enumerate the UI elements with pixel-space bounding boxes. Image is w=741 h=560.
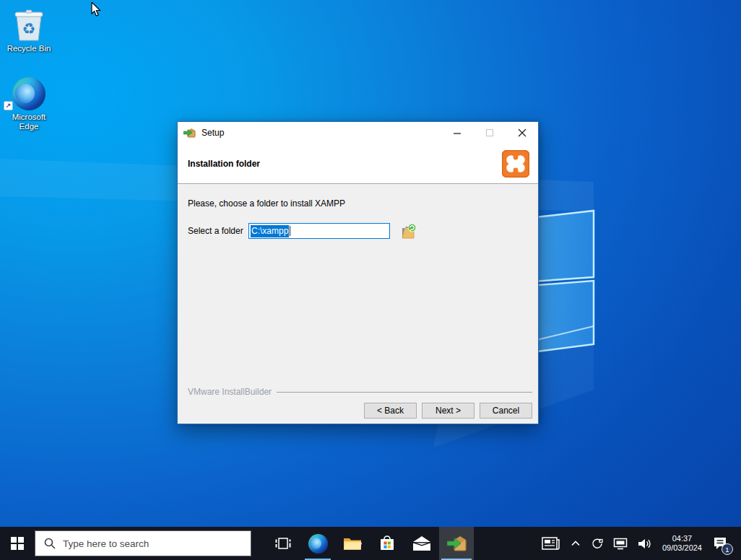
desktop: ♻ Recycle Bin ↗ Microsoft Edge Setup [0, 0, 741, 560]
dialog-header: Installation folder [178, 144, 538, 183]
titlebar[interactable]: Setup [178, 122, 538, 144]
volume-button[interactable] [633, 527, 657, 560]
network-button[interactable] [608, 527, 633, 560]
close-button[interactable] [506, 122, 538, 144]
instruction-text: Please, choose a folder to install XAMPP [188, 198, 345, 209]
taskbar-edge-button[interactable] [300, 527, 335, 560]
mail-icon [412, 535, 431, 551]
taskbar-clock[interactable]: 04:37 09/03/2024 [657, 534, 707, 553]
taskbar-store-button[interactable] [370, 527, 404, 560]
chevron-up-icon [571, 540, 581, 547]
shortcut-arrow-icon: ↗ [4, 101, 13, 110]
taskbar-file-explorer-button[interactable] [335, 527, 370, 560]
recycle-bin-icon: ♻ [3, 6, 55, 42]
tray-overflow-button[interactable] [566, 527, 586, 560]
clock-time: 04:37 [662, 534, 702, 543]
search-input[interactable] [63, 538, 229, 549]
svg-text:♻: ♻ [22, 20, 36, 38]
text-caret [290, 226, 290, 236]
microsoft-store-icon [378, 535, 396, 552]
next-button[interactable]: Next > [422, 403, 474, 419]
desktop-icon-microsoft-edge[interactable]: ↗ Microsoft Edge [3, 74, 55, 131]
file-explorer-icon [343, 535, 362, 551]
taskbar: 04:37 09/03/2024 1 [0, 527, 741, 560]
xampp-installer-icon [447, 534, 467, 553]
edge-icon [12, 77, 46, 110]
action-center-button[interactable]: 1 [707, 527, 737, 560]
volume-icon [638, 538, 652, 550]
windows-logo-icon [11, 537, 24, 550]
xampp-logo-icon [502, 150, 529, 178]
cancel-button[interactable]: Cancel [480, 403, 532, 419]
desktop-icon-recycle-bin[interactable]: ♻ Recycle Bin [3, 6, 55, 53]
desktop-icon-label: Microsoft Edge [3, 113, 55, 131]
news-icon [542, 536, 560, 551]
brand-divider [277, 392, 532, 393]
taskbar-mail-button[interactable] [404, 527, 439, 560]
edge-icon [308, 534, 328, 554]
system-tray: 04:37 09/03/2024 1 [537, 527, 741, 560]
folder-path-value: C:\xampp [251, 225, 289, 237]
back-button[interactable]: < Back [364, 403, 417, 419]
desktop-icon-label: Recycle Bin [3, 44, 55, 53]
task-view-button[interactable] [266, 527, 300, 560]
mouse-cursor [91, 2, 103, 18]
search-icon [44, 538, 56, 549]
folder-field-label: Select a folder [188, 226, 248, 236]
notification-badge: 1 [722, 543, 733, 555]
clock-date: 09/03/2024 [662, 543, 702, 553]
news-widget-button[interactable] [537, 527, 566, 560]
browse-folder-button[interactable] [399, 222, 417, 240]
installer-app-icon [183, 127, 196, 139]
status-circle-icon [591, 538, 603, 550]
installer-brand-text: VMware InstallBuilder [188, 387, 272, 397]
network-icon [613, 538, 628, 550]
maximize-button[interactable] [473, 122, 506, 144]
window-title: Setup [202, 128, 441, 138]
minimize-button[interactable] [441, 122, 473, 144]
setup-window: Setup Installation folder [177, 121, 539, 424]
folder-path-input[interactable]: C:\xampp [248, 223, 390, 239]
taskbar-xampp-installer-button[interactable] [439, 527, 474, 560]
task-view-icon [275, 536, 291, 551]
tray-status-button[interactable] [586, 527, 608, 560]
start-button[interactable] [0, 527, 35, 560]
taskbar-empty-space [474, 527, 537, 560]
taskbar-search[interactable] [35, 530, 251, 556]
browse-folder-icon [400, 223, 417, 240]
dialog-body: Please, choose a folder to install XAMPP… [178, 183, 538, 424]
page-title: Installation folder [188, 159, 260, 169]
